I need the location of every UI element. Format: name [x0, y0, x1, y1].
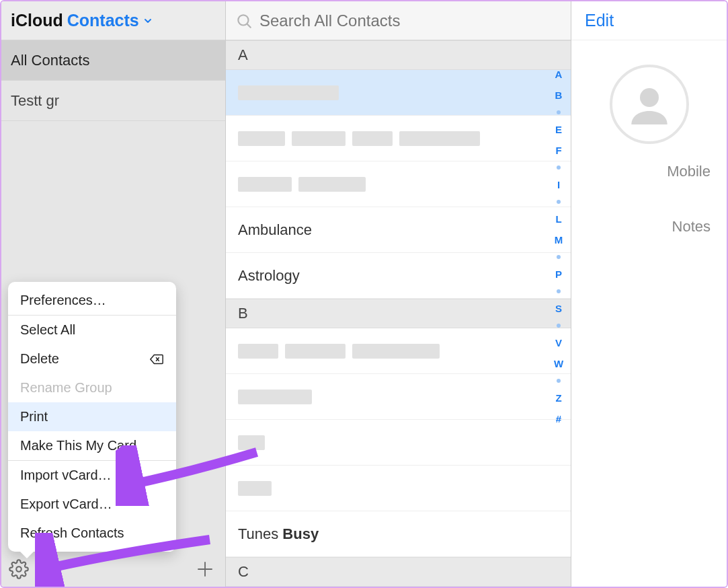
contact-row-tunes-busy[interactable]: Tunes Busy — [226, 511, 571, 557]
gear-icon — [9, 559, 29, 579]
index-letter-m[interactable]: M — [555, 234, 563, 246]
index-letter-s[interactable]: S — [555, 303, 562, 314]
redacted-name — [238, 131, 480, 146]
index-letter-p[interactable]: P — [555, 268, 562, 280]
app-name: Contacts — [67, 11, 139, 30]
index-letter-f[interactable]: F — [555, 145, 561, 156]
contact-row[interactable] — [226, 466, 571, 511]
sidebar-header: iCloud Contacts — [1, 1, 225, 40]
contact-row[interactable] — [226, 328, 571, 374]
search-bar — [226, 1, 571, 40]
search-input[interactable] — [259, 11, 561, 30]
add-button[interactable] — [190, 554, 220, 584]
index-letter-e[interactable]: E — [555, 124, 562, 135]
index-letter-a[interactable]: A — [555, 69, 563, 80]
contact-row[interactable] — [226, 70, 571, 116]
contact-row[interactable] — [226, 116, 571, 161]
sidebar-toolbar — [1, 552, 225, 587]
index-dot — [557, 166, 561, 170]
menu-print[interactable]: Print — [8, 402, 176, 431]
redacted-name — [238, 435, 265, 450]
contact-row-ambulance[interactable]: Ambulance — [226, 207, 571, 253]
redacted-name — [238, 177, 366, 192]
redacted-name — [238, 85, 339, 100]
contact-detail-pane: Edit Mobile Notes — [571, 1, 727, 587]
menu-preferences[interactable]: Preferences… — [8, 286, 176, 315]
group-item-testt-gr[interactable]: Testt gr — [1, 81, 225, 121]
brand-label: iCloud — [11, 11, 63, 30]
index-dot — [557, 200, 561, 204]
index-letter-l[interactable]: L — [555, 213, 561, 225]
section-header-b: B — [226, 299, 571, 328]
search-icon — [235, 12, 253, 30]
index-dot — [557, 110, 561, 114]
menu-make-my-card[interactable]: Make This My Card — [8, 431, 176, 460]
settings-context-menu: Preferences… Select All Delete Rename Gr… — [8, 282, 176, 552]
index-dot — [557, 255, 561, 259]
menu-refresh-contacts[interactable]: Refresh Contacts — [8, 519, 176, 548]
index-letter-w[interactable]: W — [554, 358, 563, 369]
detail-header: Edit — [571, 1, 727, 40]
index-letter-#[interactable]: # — [556, 413, 561, 425]
group-item-all-contacts[interactable]: All Contacts — [1, 40, 225, 81]
contact-suffix: Busy — [282, 525, 319, 543]
index-dot — [557, 289, 561, 293]
menu-export-vcard[interactable]: Export vCard… — [8, 490, 176, 519]
sidebar: iCloud Contacts All Contacts Testt gr Pr… — [1, 1, 226, 587]
chevron-down-icon — [143, 15, 153, 26]
menu-rename-group: Rename Group — [8, 373, 176, 402]
contact-row[interactable] — [226, 420, 571, 466]
index-dot — [557, 379, 561, 383]
contact-prefix: Tunes — [238, 525, 278, 543]
contacts-scroll[interactable]: A Ambulance Astrology B — [226, 40, 571, 587]
index-letter-b[interactable]: B — [555, 89, 563, 101]
index-dot — [557, 324, 561, 328]
redacted-name — [238, 481, 272, 496]
index-letter-z[interactable]: Z — [555, 392, 561, 404]
delete-icon — [149, 353, 164, 365]
plus-icon — [195, 559, 215, 579]
redacted-name — [238, 344, 440, 359]
person-icon — [622, 77, 676, 131]
edit-button[interactable]: Edit — [585, 11, 614, 30]
menu-delete[interactable]: Delete — [8, 344, 176, 373]
svg-line-6 — [247, 24, 251, 27]
menu-delete-label: Delete — [20, 351, 59, 367]
contact-row[interactable] — [226, 374, 571, 420]
menu-import-vcard[interactable]: Import vCard… — [8, 461, 176, 490]
app-switcher[interactable]: Contacts — [67, 11, 153, 30]
svg-point-7 — [640, 88, 659, 107]
svg-point-0 — [16, 566, 22, 572]
section-header-a: A — [226, 40, 571, 70]
avatar — [610, 65, 689, 144]
index-letter-i[interactable]: I — [557, 179, 560, 190]
section-header-c: C — [226, 557, 571, 587]
redacted-name — [238, 390, 312, 404]
alphabet-index[interactable]: ABEFILMPSVWZ# — [551, 69, 567, 425]
settings-button[interactable] — [4, 554, 34, 584]
index-letter-v[interactable]: V — [555, 337, 562, 348]
menu-select-all[interactable]: Select All — [8, 316, 176, 344]
contact-row-astrology[interactable]: Astrology — [226, 253, 571, 299]
contact-row[interactable] — [226, 161, 571, 207]
field-mobile-label: Mobile — [571, 144, 727, 199]
field-notes-label: Notes — [571, 199, 727, 254]
contact-list-pane: A Ambulance Astrology B — [226, 1, 571, 587]
